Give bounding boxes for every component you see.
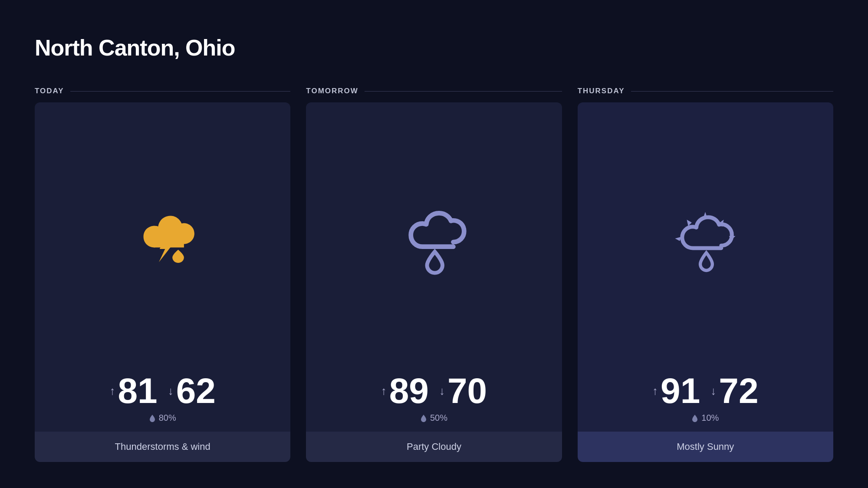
precip-row-thursday: 10% bbox=[692, 413, 719, 423]
weather-card-today: ↑ 81 ↓ 62 80% Thunderstorms & wind bbox=[35, 102, 290, 462]
weather-card-tomorrow: ↑ 89 ↓ 70 50% Party Cloudy bbox=[306, 102, 562, 462]
high-temp-today: 81 bbox=[118, 373, 157, 409]
day-label-line-thursday bbox=[631, 91, 833, 92]
precip-row-today: 80% bbox=[149, 413, 176, 423]
high-temp-tomorrow: 89 bbox=[389, 373, 429, 409]
day-label-tomorrow: TOMORROW bbox=[306, 87, 358, 95]
high-arrow-today: ↑ bbox=[109, 384, 115, 398]
precip-drop-thursday bbox=[692, 414, 698, 422]
high-arrow-thursday: ↑ bbox=[652, 384, 658, 398]
low-arrow-thursday: ↓ bbox=[710, 384, 716, 398]
condition-text-today: Thunderstorms & wind bbox=[115, 441, 210, 452]
condition-bar-today: Thunderstorms & wind bbox=[35, 432, 290, 462]
low-temp-tomorrow: 70 bbox=[447, 373, 487, 409]
thunderstorm-icon bbox=[43, 115, 282, 369]
high-arrow-tomorrow: ↑ bbox=[381, 384, 387, 398]
low-temp-today: 62 bbox=[176, 373, 216, 409]
high-temp-thursday: 91 bbox=[661, 373, 700, 409]
precip-value-today: 80% bbox=[159, 413, 176, 423]
rain-icon bbox=[315, 115, 553, 369]
city-title: North Canton, Ohio bbox=[35, 35, 833, 61]
day-column-tomorrow: TOMORROW ↑ 89 ↓ 70 bbox=[306, 87, 562, 462]
weather-card-thursday: ↑ 91 ↓ 72 10% Mostly Sunny bbox=[578, 102, 833, 462]
weather-grid: TODAY ↑ 81 bbox=[35, 87, 833, 462]
precip-drop-tomorrow bbox=[421, 414, 427, 422]
day-column-thursday: THURSDAY bbox=[578, 87, 833, 462]
precip-value-thursday: 10% bbox=[701, 413, 719, 423]
precip-drop-today bbox=[149, 414, 155, 422]
temp-row-thursday: ↑ 91 ↓ 72 bbox=[652, 373, 758, 409]
temp-row-tomorrow: ↑ 89 ↓ 70 bbox=[381, 373, 487, 409]
day-label-thursday: THURSDAY bbox=[578, 87, 625, 95]
day-label-line-tomorrow bbox=[365, 91, 562, 92]
low-temp-thursday: 72 bbox=[719, 373, 758, 409]
day-label-today: TODAY bbox=[35, 87, 64, 95]
temp-row-today: ↑ 81 ↓ 62 bbox=[109, 373, 215, 409]
condition-text-thursday: Mostly Sunny bbox=[677, 441, 734, 452]
low-arrow-today: ↓ bbox=[168, 384, 174, 398]
day-label-line bbox=[70, 91, 291, 92]
condition-bar-tomorrow: Party Cloudy bbox=[306, 432, 562, 462]
precip-row-tomorrow: 50% bbox=[421, 413, 447, 423]
day-column-today: TODAY ↑ 81 bbox=[35, 87, 290, 462]
precip-value-tomorrow: 50% bbox=[430, 413, 447, 423]
condition-text-tomorrow: Party Cloudy bbox=[407, 441, 461, 452]
low-arrow-tomorrow: ↓ bbox=[439, 384, 445, 398]
condition-bar-thursday: Mostly Sunny bbox=[578, 432, 833, 462]
partly-sunny-icon bbox=[586, 115, 825, 369]
